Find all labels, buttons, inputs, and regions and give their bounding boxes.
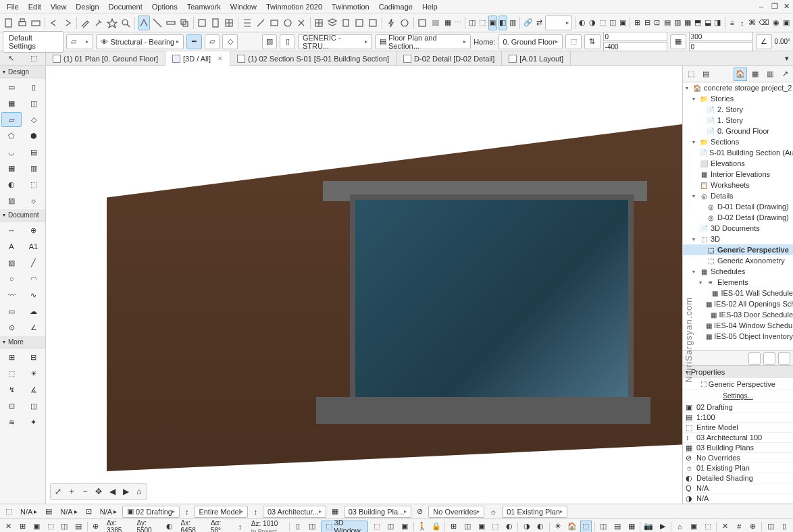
favorites-icon[interactable] [106, 16, 118, 30]
sb-view3-icon[interactable]: ▣ [476, 521, 487, 533]
column-tool-icon[interactable]: ▦ [1, 96, 22, 111]
property-row[interactable]: ▤1:100 [683, 413, 793, 423]
mesh-tool-icon[interactable]: ▦ [1, 161, 22, 176]
fill-icon[interactable]: ▦ [443, 16, 452, 30]
relation-icon[interactable]: ⬚ [565, 34, 582, 49]
cube-c-icon[interactable]: ▣ [488, 16, 497, 30]
sb-r1-icon[interactable]: ◫ [598, 521, 609, 533]
profile-button[interactable]: ▯ [280, 34, 295, 49]
elevation-icon[interactable] [353, 16, 365, 30]
menu-file[interactable]: File [3, 1, 23, 12]
redo-icon[interactable] [61, 16, 74, 30]
hatch-icon[interactable] [430, 16, 442, 30]
tree-node[interactable]: ▦IES-02 All Openings Schedul [683, 298, 793, 309]
window-icon[interactable] [223, 16, 235, 30]
menu-twinmotion2020[interactable]: Twinmotion 2020 [262, 1, 326, 12]
next-view-icon[interactable]: ▶ [120, 485, 132, 498]
layer-dropdown[interactable]: 👁 Structural - Bearing [96, 34, 184, 49]
sb-shade2-icon[interactable]: ◐ [535, 521, 546, 533]
slab-tool-icon[interactable]: ▱ [1, 112, 22, 127]
tree-node[interactable]: ▾◎Details [683, 190, 793, 201]
tree-node[interactable]: ⬚Generic Axonometry [683, 255, 793, 266]
sb-elev-icon[interactable]: ↕ [234, 521, 246, 533]
nav4-icon[interactable]: ◫ [608, 16, 617, 30]
geom-2-button[interactable]: ▱ [205, 34, 220, 49]
t5-icon[interactable]: ▥ [673, 16, 682, 30]
structure-button[interactable]: ▨ [262, 34, 278, 49]
sb-h3-icon[interactable]: ⬚ [702, 521, 714, 533]
beam-tool-icon[interactable]: ⬢ [24, 128, 44, 143]
tree-node[interactable]: ▾≡Elements [683, 277, 793, 288]
shell-tool-icon[interactable]: ◡ [1, 144, 22, 159]
sb-e1-icon[interactable]: ✕ [719, 521, 731, 533]
sb-cut1-icon[interactable]: ▯ [292, 521, 304, 533]
link-icon[interactable]: 🔗 [523, 16, 534, 30]
nav-tab-layout-icon[interactable]: ▥ [763, 68, 777, 81]
pan-icon[interactable]: ✥ [93, 485, 105, 498]
t1-icon[interactable]: ⊞ [633, 16, 642, 30]
lamp-tool-icon[interactable]: ☼ [24, 193, 44, 208]
m5-icon[interactable]: ↯ [1, 382, 22, 397]
guide-icon[interactable] [151, 16, 163, 30]
tree-node[interactable]: ▦IES-03 Door Schedule [683, 309, 793, 320]
tree-node[interactable]: ▾📁Stories [683, 93, 793, 104]
sb-view5-icon[interactable]: ◐ [504, 521, 515, 533]
end5-icon[interactable]: ◉ [771, 16, 780, 30]
sb-view2-icon[interactable]: ◫ [461, 521, 473, 533]
spline-tool-icon[interactable]: ∿ [24, 288, 44, 302]
end2-icon[interactable]: ↕ [738, 16, 746, 30]
undo-icon[interactable] [48, 16, 60, 30]
home-view-icon[interactable]: ⌂ [133, 485, 145, 498]
3d-viewport[interactable]: ⤢ + − ✥ ◀ ▶ ⌂ [46, 66, 682, 504]
dotted-icon[interactable]: ⋯ [453, 16, 462, 30]
end6-icon[interactable]: ▣ [782, 16, 790, 30]
menu-design[interactable]: Design [72, 1, 103, 12]
close-icon[interactable]: ✕ [218, 55, 223, 62]
toolbox-design-header[interactable]: Design [0, 66, 45, 78]
zone-tool-icon[interactable]: ▨ [1, 193, 22, 208]
window-minimize-icon[interactable]: – [755, 1, 766, 12]
nav-project-icon[interactable]: ⬚ [684, 68, 698, 81]
sb-3d1-icon[interactable]: ⬚ [371, 521, 382, 533]
radial-tool-icon[interactable]: ⊙ [1, 320, 22, 335]
menu-teamwork[interactable]: Teamwork [183, 1, 225, 12]
m3-icon[interactable]: ⬚ [1, 366, 22, 381]
morph-tool-icon[interactable]: ◐ [1, 177, 22, 192]
t2-icon[interactable]: ⊟ [643, 16, 652, 30]
qo-override-icon[interactable]: ⊘ [417, 507, 423, 516]
sb-sun2-icon[interactable]: 🏠 [566, 521, 578, 533]
3d-window-button[interactable]: ⬚3D Window [321, 521, 369, 533]
change-tool-icon[interactable]: ☁ [24, 304, 44, 319]
tree-node[interactable]: 📋Worksheets [683, 180, 793, 190]
sb-grid-icon[interactable]: ⊞ [17, 521, 28, 533]
sb-f1-icon[interactable]: ◫ [765, 521, 776, 533]
qo-model[interactable]: Entire Model [194, 506, 248, 518]
plot-icon[interactable] [30, 16, 42, 30]
t9-icon[interactable]: ◨ [713, 16, 722, 30]
qo-elev-icon[interactable]: ↕ [253, 508, 257, 516]
tree-node[interactable]: ◎D-01 Detail (Drawing) [683, 201, 793, 212]
tree-node[interactable]: ⬚Generic Perspective [683, 244, 793, 255]
m7-icon[interactable]: ⊡ [1, 398, 22, 413]
object-tool-icon[interactable]: ⬚ [24, 177, 44, 192]
tree-node[interactable]: ▾🏠concrete storage project_2 [683, 82, 793, 93]
end1-icon[interactable]: ≡ [727, 16, 736, 30]
property-row[interactable]: ⊘No Overrides [683, 453, 793, 463]
grid-icon[interactable] [313, 16, 325, 30]
fit-icon[interactable]: ⤢ [52, 485, 64, 498]
nav-tab-project-icon[interactable]: 🏠 [734, 68, 747, 81]
tree-node[interactable]: ▾⬚3D [683, 234, 793, 244]
cube-d-icon[interactable]: ◧ [498, 16, 507, 30]
tree-node[interactable]: 📄1. Story [683, 115, 793, 126]
nav1-icon[interactable]: ◐ [578, 16, 586, 30]
sb-coord-origin-icon[interactable]: ⊕ [90, 521, 101, 533]
qo-i1-icon[interactable]: ⬚ [5, 507, 12, 516]
angle-icon[interactable]: ∠ [756, 34, 772, 49]
id-icon[interactable] [268, 16, 280, 30]
menu-help[interactable]: Help [418, 1, 442, 12]
layers-icon[interactable] [326, 16, 338, 30]
energy-icon[interactable] [385, 16, 397, 30]
properties-settings-link[interactable]: Settings... [683, 390, 793, 402]
material-dropdown[interactable]: GENERIC - STRU... [298, 34, 372, 49]
ruler-icon[interactable] [165, 16, 177, 30]
